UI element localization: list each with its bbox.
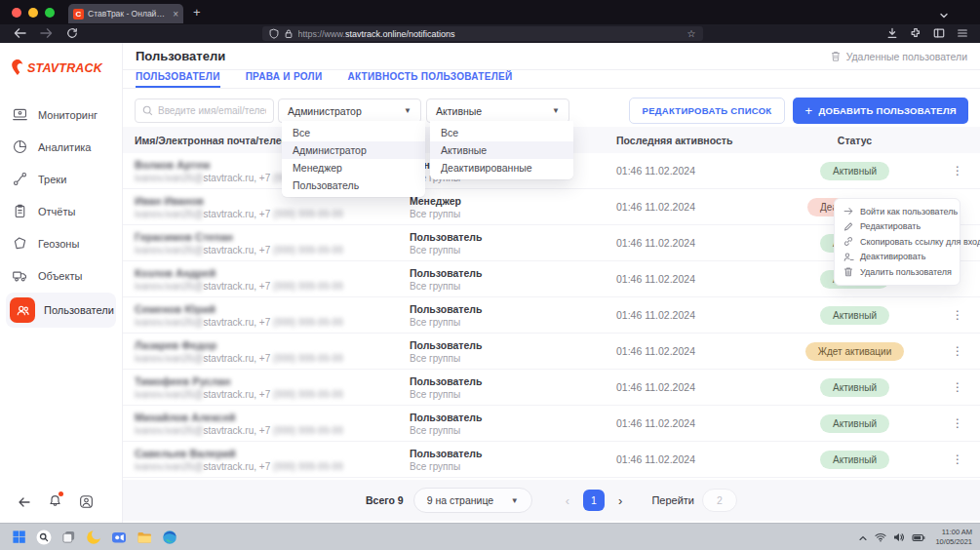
tab-0[interactable]: ПОЛЬЗОВАТЕЛИ — [136, 70, 220, 88]
back-button[interactable] — [14, 25, 26, 43]
reload-button[interactable] — [66, 25, 78, 43]
user-groups: Все группы — [410, 209, 616, 219]
last-activity: 01:46 11.02.2024 — [616, 417, 763, 429]
status-filter-select[interactable]: Активные▼ — [426, 98, 569, 123]
row-menu-button[interactable]: ⋮ — [947, 164, 968, 177]
sidebar-item-label: Объекты — [38, 270, 82, 282]
status-option[interactable]: Деактивированные — [430, 159, 573, 177]
trash-icon — [830, 50, 842, 62]
sidebar-item-reports[interactable]: Отчёты — [6, 196, 116, 226]
downloads-icon[interactable] — [886, 25, 898, 43]
row-menu-button[interactable]: ⋮ — [947, 308, 968, 322]
context-menu-item[interactable]: Войти как пользователь — [835, 204, 960, 219]
role-option[interactable]: Пользователь — [282, 177, 425, 194]
taskbar-chat-icon[interactable] — [111, 530, 127, 545]
tab-2[interactable]: АКТИВНОСТЬ ПОЛЬЗОВАТЕЛЕЙ — [347, 70, 512, 88]
shield-icon[interactable] — [269, 28, 279, 39]
user-name: Савельев Валерий — [135, 448, 410, 459]
row-menu-button[interactable]: ⋮ — [947, 380, 968, 394]
chevron-down-icon: ▼ — [552, 106, 560, 115]
window-controls[interactable] — [12, 8, 55, 18]
new-tab-button[interactable]: + — [193, 5, 201, 20]
edit-list-button[interactable]: РЕДАКТИРОВАТЬ СПИСОК — [629, 98, 786, 124]
add-user-button[interactable]: + ДОБАВИТЬ ПОЛЬЗОВАТЕЛЯ — [793, 98, 968, 124]
system-tray: 11:00 AM 10/05/2021 — [858, 528, 972, 546]
table-row: Лазарев Федорivanov.ivan26@stavtrack.ru,… — [123, 334, 980, 370]
volume-icon[interactable] — [893, 529, 905, 546]
row-menu-button[interactable]: ⋮ — [947, 452, 968, 466]
menu-hamburger-icon[interactable] — [957, 25, 968, 43]
sidebar-item-tracks[interactable]: Треки — [6, 164, 116, 194]
context-menu-item[interactable]: Редактировать — [835, 219, 960, 235]
tab-1[interactable]: ПРАВА И РОЛИ — [246, 70, 323, 88]
user-role: Пользователь — [410, 412, 616, 423]
role-option[interactable]: Все — [282, 124, 425, 141]
search-input[interactable]: Введите имя/email/телефон — [135, 98, 274, 123]
sidebar-item-label: Пользователи — [44, 304, 114, 316]
taskbar-clock[interactable]: 11:00 AM 10/05/2021 — [935, 528, 972, 546]
context-menu-item[interactable]: Удалить пользователя — [835, 264, 960, 280]
status-option[interactable]: Активные — [430, 141, 573, 159]
taskbar-start-icon[interactable] — [12, 530, 26, 544]
next-page-button[interactable]: › — [618, 493, 622, 508]
wifi-icon[interactable] — [875, 529, 886, 546]
tray-expand-icon[interactable] — [858, 529, 868, 546]
forward-button[interactable] — [40, 25, 53, 43]
context-menu-item[interactable]: Скопировать ссылку для входа — [835, 234, 960, 250]
monitoring-icon — [10, 105, 29, 125]
status-option[interactable]: Все — [430, 124, 573, 141]
lock-icon[interactable] — [284, 28, 294, 39]
battery-icon[interactable] — [912, 529, 925, 546]
context-menu-item[interactable]: Деактивировать — [835, 250, 960, 265]
per-page-select[interactable]: 9 на странице▼ — [413, 488, 532, 513]
pencil-icon — [843, 220, 854, 233]
user-name: Герасимов Степан — [135, 231, 410, 243]
deleted-users-link[interactable]: Удаленные пользователи — [830, 50, 967, 62]
window-minimize-button[interactable] — [28, 8, 38, 18]
row-menu-button[interactable]: ⋮ — [947, 416, 968, 430]
taskbar-search-icon[interactable] — [36, 530, 52, 545]
status-dropdown-panel: ВсеАктивныеДеактивированные — [430, 121, 573, 179]
row-menu-button[interactable]: ⋮ — [947, 344, 968, 358]
sidebar-item-users[interactable]: Пользователи — [6, 293, 116, 328]
goto-page-input[interactable]: 2 — [702, 489, 737, 512]
user-email-phone: ivanov.ivan26@stavtrack.ru, +7 (999) 999… — [135, 353, 410, 364]
prev-page-button[interactable]: ‹ — [566, 493, 569, 508]
sidebar-toggle-icon[interactable] — [933, 25, 945, 43]
collapse-sidebar-icon[interactable] — [18, 494, 31, 512]
user-name: Семенов Юрий — [135, 303, 410, 315]
browser-tab[interactable]: С СтавТрак - Онлайн мониторин × — [68, 4, 183, 23]
window-zoom-button[interactable] — [45, 8, 55, 18]
taskbar-explorer-icon[interactable] — [137, 530, 152, 545]
user-name: Лазарев Федор — [135, 339, 410, 351]
role-option[interactable]: Менеджер — [282, 159, 425, 177]
taskbar-firefox-icon[interactable] — [86, 530, 101, 545]
window-close-button[interactable] — [12, 8, 21, 18]
notifications-bell-icon[interactable] — [48, 493, 62, 513]
browser-tabstrip: С СтавТрак - Онлайн мониторин × + — [0, 0, 980, 24]
current-page-button[interactable]: 1 — [583, 490, 605, 511]
table-row: Михайлов Алексейivanov.ivan26@stavtrack.… — [123, 406, 980, 442]
tab-close-icon[interactable]: × — [173, 9, 178, 20]
geozones-icon — [10, 234, 29, 254]
extensions-icon[interactable] — [910, 25, 921, 43]
tab-list-chevron-icon[interactable] — [939, 6, 949, 23]
taskbar-task-view-icon[interactable] — [61, 530, 76, 544]
role-filter-select[interactable]: Администратор▼ — [278, 98, 421, 123]
status-badge: Активный — [820, 162, 889, 180]
sidebar-item-analytics[interactable]: Аналитика — [6, 132, 116, 162]
url-bar[interactable]: https://www.stavtrack.online/notificatio… — [262, 26, 703, 41]
pagination: Всего 9 9 на странице▼ ‹ 1 › Перейти 2 — [123, 480, 980, 521]
role-option[interactable]: Администратор — [282, 141, 425, 159]
sidebar-item-monitoring[interactable]: Мониторинг — [6, 99, 116, 130]
sidebar-item-label: Аналитика — [38, 141, 91, 153]
sidebar-item-objects[interactable]: Объекты — [6, 260, 116, 291]
bookmark-star-icon[interactable]: ☆ — [687, 29, 696, 39]
table-row: Тимофеев Русланivanov.ivan26@stavtrack.r… — [123, 370, 980, 406]
taskbar-edge-icon[interactable] — [162, 530, 177, 545]
sidebar-item-geozones[interactable]: Геозоны — [6, 228, 116, 258]
user-role: Менеджер — [410, 195, 616, 207]
user-role: Пользователь — [410, 339, 616, 351]
sidebar-bottom — [0, 493, 122, 513]
account-icon[interactable] — [79, 494, 94, 513]
